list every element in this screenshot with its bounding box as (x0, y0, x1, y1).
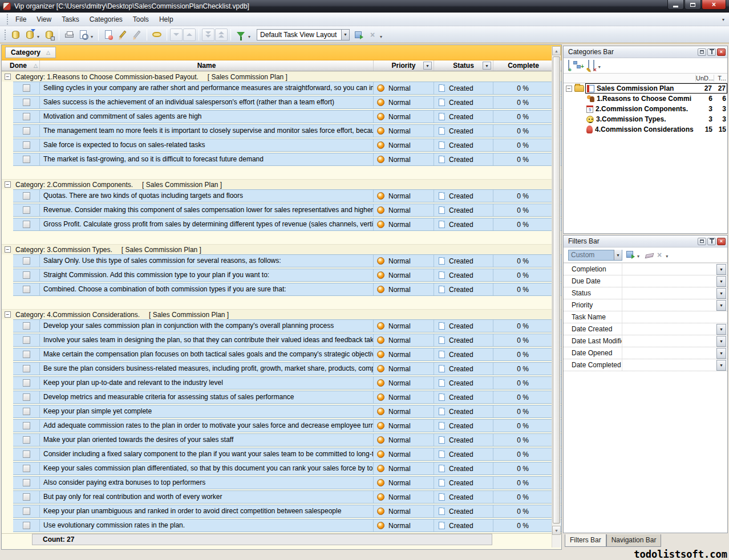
move-up-button[interactable] (183, 29, 196, 41)
filter-field-value[interactable] (622, 263, 716, 275)
filter-dropdown-button[interactable]: ▼ (716, 348, 726, 359)
column-header-undone[interactable]: UnD... (695, 75, 714, 82)
layout-combo-dropdown-button[interactable]: ▼ (341, 30, 349, 40)
delete-task-button[interactable] (130, 28, 144, 42)
column-header-priority[interactable]: Priority ▼ (374, 60, 434, 71)
categories-toolbar-caret-icon[interactable]: ▾ (598, 64, 601, 70)
filter-field-value[interactable] (622, 359, 716, 371)
filter-dropdown-button[interactable]: ▼ (716, 276, 726, 287)
scroll-up-button[interactable]: ▲ (552, 46, 561, 55)
task-done-checkbox[interactable] (23, 156, 30, 163)
task-done-checkbox[interactable] (23, 493, 30, 501)
category-group-header[interactable]: Category: 4.Commission Considerations.[ … (2, 309, 561, 319)
menu-item-view[interactable]: View (31, 14, 56, 25)
categories-pin-button[interactable] (707, 48, 716, 56)
task-done-checkbox[interactable] (23, 206, 30, 214)
close-filter-button[interactable]: × (657, 250, 662, 260)
filters-restore-button[interactable] (698, 238, 706, 245)
filters-pin-button[interactable] (707, 238, 716, 245)
find-tasks-button[interactable] (150, 28, 164, 42)
category-tree-item[interactable]: 2.Commission Components.33 (564, 104, 727, 114)
collapse-icon[interactable] (5, 246, 11, 253)
menu-overflow-caret-icon[interactable]: ▾ (722, 17, 724, 22)
print-preview-button[interactable] (76, 28, 90, 42)
save-database-button[interactable] (42, 28, 56, 42)
category-tree-item[interactable]: 4.Commission Considerations1515 (564, 124, 727, 135)
minimize-button[interactable] (667, 0, 684, 10)
task-done-checkbox[interactable] (23, 479, 30, 486)
categories-close-button[interactable]: × (717, 48, 726, 56)
task-done-checkbox[interactable] (23, 127, 30, 135)
task-done-checkbox[interactable] (23, 322, 30, 330)
group-by-category-chip[interactable]: Category △ (5, 47, 56, 58)
menu-item-help[interactable]: Help (154, 14, 179, 25)
filter-field-value[interactable] (622, 311, 727, 323)
column-header-name[interactable]: Name (40, 60, 374, 71)
vertical-scrollbar[interactable]: ▲ ▼ (552, 46, 561, 547)
task-done-checkbox[interactable] (23, 408, 30, 415)
collapse-icon[interactable] (5, 181, 11, 188)
category-group-header[interactable]: Category: 2.Commission Components.[ Sale… (2, 179, 561, 189)
status-filter-button[interactable]: ▼ (483, 62, 491, 70)
categories-restore-button[interactable] (698, 48, 706, 56)
category-tree-item[interactable]: Sales Commission Plan2727 (564, 83, 727, 94)
task-done-checkbox[interactable] (23, 365, 30, 372)
filter-caret-icon[interactable]: ▾ (248, 34, 250, 39)
filter-field-value[interactable] (622, 335, 716, 347)
new-category-button[interactable]: + (568, 60, 569, 71)
task-done-checkbox[interactable] (23, 221, 30, 228)
task-done-checkbox[interactable] (23, 336, 30, 344)
apply-filter-button[interactable] (626, 250, 633, 260)
filters-close-button[interactable]: × (717, 238, 726, 245)
task-done-checkbox[interactable] (23, 351, 30, 358)
task-done-checkbox[interactable] (23, 522, 30, 529)
tab-filters-bar[interactable]: Filters Bar (565, 534, 606, 547)
filter-field-value[interactable] (622, 287, 716, 299)
task-done-checkbox[interactable] (23, 451, 30, 458)
close-button[interactable]: × (702, 0, 726, 10)
open-database-button[interactable] (23, 28, 37, 42)
column-header-total[interactable]: T... (714, 75, 727, 82)
open-database-caret-icon[interactable]: ▾ (37, 34, 39, 39)
filter-dropdown-button[interactable]: ▼ (716, 360, 726, 371)
priority-filter-button[interactable]: ▼ (423, 62, 432, 70)
filter-tasks-button[interactable] (234, 28, 248, 42)
filter-dropdown-button[interactable]: ▼ (716, 336, 726, 347)
task-done-checkbox[interactable] (23, 192, 30, 200)
category-tree-item[interactable]: 3.Commission Types.33 (564, 114, 727, 124)
close-layout-button[interactable]: × (366, 28, 379, 42)
edit-category-button[interactable]: ✎ (588, 60, 589, 71)
move-down-button[interactable] (170, 29, 183, 41)
delete-category-button[interactable]: × (593, 60, 594, 71)
menu-item-file[interactable]: File (10, 14, 31, 25)
clear-filter-button[interactable] (646, 250, 653, 260)
column-header-complete[interactable]: Complete (493, 60, 553, 71)
collapse-icon[interactable] (566, 86, 572, 92)
task-done-checkbox[interactable] (23, 141, 30, 149)
filter-preset-dropdown-button[interactable]: ▼ (614, 250, 622, 260)
filter-dropdown-button[interactable]: ▼ (716, 300, 726, 311)
filter-dropdown-button[interactable]: ▼ (716, 324, 726, 335)
move-to-bottom-button[interactable] (202, 29, 214, 41)
task-done-checkbox[interactable] (23, 113, 30, 120)
task-done-checkbox[interactable] (23, 436, 30, 444)
filter-dropdown-button[interactable]: ▼ (716, 264, 726, 275)
filter-field-value[interactable] (622, 347, 716, 359)
filter-field-value[interactable] (622, 275, 716, 287)
task-done-checkbox[interactable] (23, 393, 30, 401)
column-header-status[interactable]: Status ▼ (434, 60, 493, 71)
print-button[interactable] (62, 28, 76, 42)
task-done-checkbox[interactable] (23, 465, 30, 472)
edit-task-button[interactable] (116, 28, 129, 42)
apply-filter-caret-icon[interactable]: ▾ (637, 254, 639, 259)
task-done-checkbox[interactable] (23, 422, 30, 429)
collapse-icon[interactable] (5, 74, 11, 80)
new-task-button[interactable] (102, 28, 115, 42)
filter-field-value[interactable] (622, 299, 716, 311)
filter-dropdown-button[interactable]: ▼ (716, 288, 726, 299)
layout-combo[interactable]: Default Task View Layout ▼ (257, 29, 350, 40)
tab-navigation-bar[interactable]: Navigation Bar (606, 534, 662, 547)
column-header-done[interactable]: Done △ (2, 60, 40, 71)
filter-field-value[interactable] (622, 323, 716, 335)
task-done-checkbox[interactable] (23, 271, 30, 279)
